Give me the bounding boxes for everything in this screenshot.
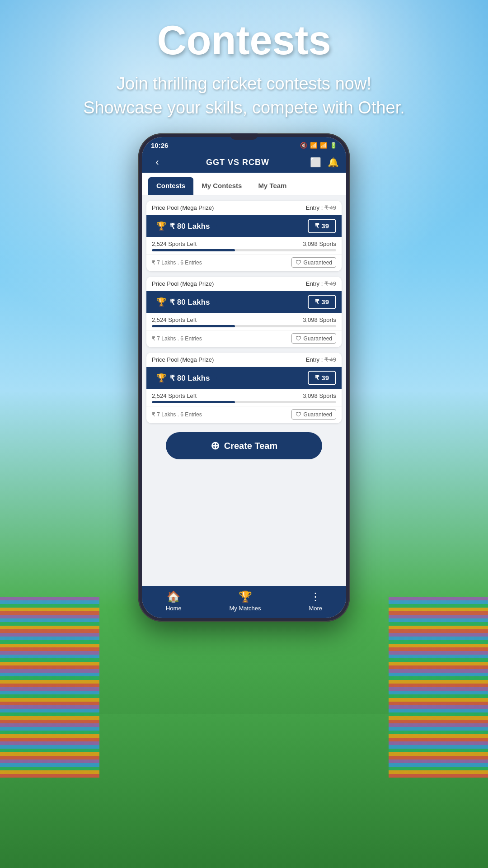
match-title: GGT VS RCBW	[165, 158, 310, 167]
notch	[230, 137, 258, 140]
progress-bar-bg	[152, 401, 336, 403]
progress-bar-wrap	[146, 401, 342, 406]
prize-tag: 🏆 ₹ 80 Lakhs	[152, 219, 217, 233]
prize-badge: 🏆 ₹ 80 Lakhs	[152, 219, 217, 233]
sports-left: 2,524 Sports Left	[152, 241, 197, 247]
prize-amount: ₹ 80 Lakhs	[170, 373, 210, 383]
guaranteed-label: Guaranteed	[304, 411, 332, 418]
entry-label: Entry : ₹ 49	[306, 280, 336, 287]
prize-tag: 🏆 ₹ 80 Lakhs	[152, 371, 217, 385]
stadium-right	[389, 597, 488, 778]
entry-button[interactable]: ₹ 39	[308, 219, 336, 233]
page-subtitle: Join thrilling cricket contests now!Show…	[0, 72, 488, 120]
card-stats: 2,524 Sports Left 3,098 Sports	[146, 389, 342, 401]
card-footer: ₹ 7 Lakhs . 6 Entries 🛡 Guaranteed	[146, 330, 342, 347]
contest-card: Price Pool (Mega Prize) Entry : ₹ 49 🏆 ₹…	[146, 353, 342, 423]
guaranteed-badge: 🛡 Guaranteed	[291, 333, 336, 344]
progress-bar-bg	[152, 325, 336, 327]
price-pool-label: Price Pool (Mega Prize)	[152, 204, 214, 211]
bell-icon[interactable]: 🔔	[328, 157, 339, 168]
entry-button[interactable]: ₹ 39	[308, 295, 336, 309]
top-nav: ‹ GGT VS RCBW ⬜ 🔔	[142, 152, 346, 173]
battery-icon: 🔋	[330, 142, 337, 149]
progress-bar-fill	[152, 325, 235, 327]
screenshot-icon[interactable]: ⬜	[310, 157, 321, 168]
guaranteed-badge: 🛡 Guaranteed	[291, 409, 336, 420]
bottom-nav: 🏠 Home 🏆 My Matches ⋮ More	[142, 586, 346, 618]
tab-my-contests[interactable]: My Contests	[193, 177, 250, 195]
card-header: Price Pool (Mega Prize) Entry : ₹ 49	[146, 353, 342, 367]
tabs: Contests My Contests My Team	[142, 173, 346, 195]
card-prize-row: 🏆 ₹ 80 Lakhs ₹ 39	[146, 291, 342, 313]
footer-entries: ₹ 7 Lakhs . 6 Entries	[152, 335, 202, 342]
card-stats: 2,524 Sports Left 3,098 Sports	[146, 313, 342, 325]
prize-amount: ₹ 80 Lakhs	[170, 222, 210, 231]
footer-entries: ₹ 7 Lakhs . 6 Entries	[152, 259, 202, 266]
tab-contests[interactable]: Contests	[148, 177, 193, 195]
card-prize-row: 🏆 ₹ 80 Lakhs ₹ 39	[146, 215, 342, 237]
phone-frame: 10:26 🔇 📶 📶 🔋 ‹ GGT VS RCBW ⬜ 🔔	[138, 133, 350, 622]
contest-card: Price Pool (Mega Prize) Entry : ₹ 49 🏆 ₹…	[146, 201, 342, 271]
create-team-button[interactable]: ⊕ Create Team	[166, 432, 322, 459]
nav-item-home[interactable]: 🏠 Home	[166, 590, 182, 612]
guaranteed-label: Guaranteed	[304, 335, 332, 342]
plus-circle-icon: ⊕	[211, 439, 220, 452]
page-title: Contests	[0, 18, 488, 63]
entry-label: Entry : ₹ 49	[306, 204, 336, 211]
card-footer: ₹ 7 Lakhs . 6 Entries 🛡 Guaranteed	[146, 254, 342, 271]
wifi-icon: 📶	[310, 142, 317, 149]
phone: 10:26 🔇 📶 📶 🔋 ‹ GGT VS RCBW ⬜ 🔔	[138, 133, 350, 622]
page-header: Contests Join thrilling cricket contests…	[0, 18, 488, 120]
entry-amount: ₹ 49	[324, 280, 336, 287]
prize-tag: 🏆 ₹ 80 Lakhs	[152, 295, 217, 309]
price-pool-label: Price Pool (Mega Prize)	[152, 356, 214, 363]
card-stats: 2,524 Sports Left 3,098 Sports	[146, 237, 342, 249]
home-label: Home	[166, 605, 182, 612]
entry-amount: ₹ 49	[324, 204, 336, 211]
sports-left: 2,524 Sports Left	[152, 392, 197, 399]
home-icon: 🏠	[167, 590, 180, 603]
progress-bar-wrap	[146, 325, 342, 330]
signal-icon: 📶	[320, 142, 327, 149]
shield-icon: 🛡	[296, 259, 301, 266]
guaranteed-label: Guaranteed	[304, 259, 332, 266]
status-time: 10:26	[151, 142, 168, 149]
mute-icon: 🔇	[300, 142, 307, 149]
shield-icon: 🛡	[296, 411, 301, 418]
price-pool-label: Price Pool (Mega Prize)	[152, 280, 214, 287]
stadium-left	[0, 597, 99, 778]
nav-item-more[interactable]: ⋮ More	[309, 590, 322, 612]
back-button[interactable]: ‹	[149, 156, 165, 168]
prize-amount: ₹ 80 Lakhs	[170, 297, 210, 307]
trophy-icon: 🏆	[156, 221, 166, 231]
total-sports: 3,098 Sports	[303, 241, 336, 247]
tab-my-team[interactable]: My Team	[250, 177, 295, 195]
my-matches-label: My Matches	[229, 605, 261, 612]
prize-badge: 🏆 ₹ 80 Lakhs	[152, 295, 217, 309]
nav-icons: ⬜ 🔔	[310, 157, 339, 168]
sports-left: 2,524 Sports Left	[152, 316, 197, 323]
card-prize-row: 🏆 ₹ 80 Lakhs ₹ 39	[146, 367, 342, 389]
footer-entries: ₹ 7 Lakhs . 6 Entries	[152, 411, 202, 418]
status-icons: 🔇 📶 📶 🔋	[300, 142, 337, 149]
entry-button[interactable]: ₹ 39	[308, 371, 336, 385]
more-label: More	[309, 605, 322, 612]
card-footer: ₹ 7 Lakhs . 6 Entries 🛡 Guaranteed	[146, 406, 342, 423]
contest-list: Price Pool (Mega Prize) Entry : ₹ 49 🏆 ₹…	[142, 195, 346, 586]
card-header: Price Pool (Mega Prize) Entry : ₹ 49	[146, 201, 342, 215]
progress-bar-bg	[152, 249, 336, 251]
trophy-icon: 🏆	[156, 297, 166, 307]
create-team-label: Create Team	[224, 441, 278, 451]
total-sports: 3,098 Sports	[303, 392, 336, 399]
entry-label: Entry : ₹ 49	[306, 356, 336, 363]
progress-bar-fill	[152, 249, 235, 251]
trophy-nav-icon: 🏆	[239, 590, 252, 603]
nav-item-my-matches[interactable]: 🏆 My Matches	[229, 590, 261, 612]
total-sports: 3,098 Sports	[303, 316, 336, 323]
shield-icon: 🛡	[296, 335, 301, 342]
progress-bar-wrap	[146, 249, 342, 254]
card-header: Price Pool (Mega Prize) Entry : ₹ 49	[146, 277, 342, 291]
prize-badge: 🏆 ₹ 80 Lakhs	[152, 371, 217, 385]
more-icon: ⋮	[310, 590, 321, 603]
progress-bar-fill	[152, 401, 235, 403]
